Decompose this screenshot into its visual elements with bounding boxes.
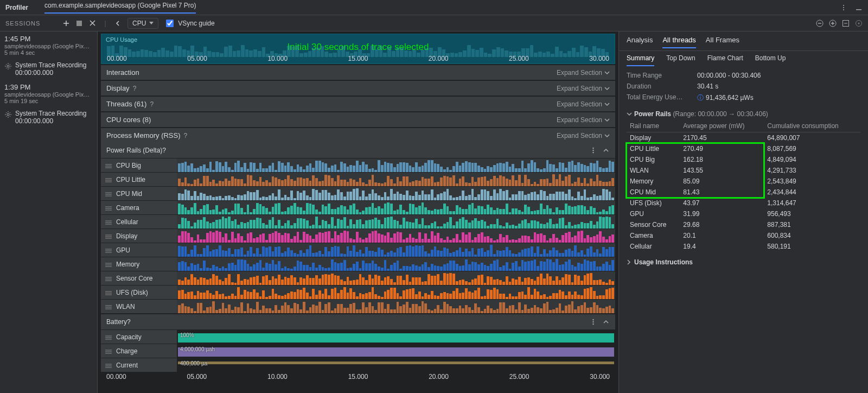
table-header[interactable]: Cumulative consumption [764, 120, 860, 132]
legend-item[interactable]: WLAN [101, 299, 177, 313]
power-rail-track[interactable] [177, 243, 615, 257]
legend-item[interactable]: Display [101, 229, 177, 243]
section-row[interactable]: Display ? Expand Section [101, 80, 615, 96]
help-icon[interactable]: ? [184, 132, 188, 140]
power-rails-header[interactable]: Power Rails (Delta) ? [101, 143, 615, 158]
help-icon[interactable]: ? [133, 85, 137, 92]
power-rail-track[interactable] [177, 186, 615, 200]
power-rails-tracks[interactable] [177, 158, 615, 313]
table-row[interactable]: Cellular 19.4 580,191 [627, 241, 860, 252]
power-rail-track[interactable] [177, 158, 615, 172]
battery-track[interactable]: 400,000 µa [177, 358, 615, 365]
cpu-usage-strip[interactable]: CPU Usage Initial 30 seconds of trace se… [101, 34, 615, 64]
table-row[interactable]: Display 2170.45 64,890,007 [627, 132, 860, 144]
inspector-subtab[interactable]: Summary [627, 54, 654, 66]
inspector-subtab[interactable]: Bottom Up [755, 54, 786, 66]
add-session-icon[interactable] [62, 20, 70, 27]
rail-power: 2170.45 [680, 132, 764, 144]
legend-item[interactable]: Charge [101, 344, 177, 358]
power-rail-track[interactable] [177, 214, 615, 229]
session-duration: 5 min 19 sec [4, 98, 93, 104]
inspector-tab[interactable]: All threads [662, 36, 695, 48]
power-rail-track[interactable] [177, 172, 615, 186]
expand-section-button[interactable]: Expand Section [557, 132, 610, 140]
section-row[interactable]: Threads (61) ? Expand Section [101, 96, 615, 111]
battery-header[interactable]: Battery ? [101, 314, 615, 329]
section-row[interactable]: Interaction Expand Section [101, 65, 615, 80]
legend-item[interactable]: CPU Mid [101, 186, 177, 200]
session-item[interactable]: 1:45 PM samplevideosapp (Google Pixel … … [4, 35, 93, 56]
help-icon[interactable]: ? [127, 318, 131, 326]
inspector-tab[interactable]: All Frames [706, 36, 739, 48]
legend-item[interactable]: Current [101, 358, 177, 372]
vsync-checkbox[interactable]: VSync guide [164, 18, 214, 29]
rail-name: Sensor Core [627, 219, 680, 230]
rail-consumption: 1,314,647 [764, 198, 860, 208]
recording-item[interactable]: System Trace Recording 00:00:00.000 [4, 110, 93, 125]
battery-track[interactable]: 100% [177, 329, 615, 344]
legend-item[interactable]: CPU Big [101, 158, 177, 172]
expand-section-button[interactable]: Expand Section [557, 116, 610, 124]
legend-item[interactable]: Memory [101, 257, 177, 271]
recording-item[interactable]: System Trace Recording 00:00:00.000 [4, 61, 93, 77]
table-row[interactable]: WLAN 143.55 4,291,733 [627, 165, 860, 176]
table-row[interactable]: Sensor Core 29.68 887,381 [627, 219, 860, 230]
more-icon[interactable] [589, 147, 597, 154]
battery-tracks[interactable]: 100% 4,000,000 µah 400,000 µa [177, 329, 615, 372]
menu-dots-icon[interactable] [840, 4, 847, 11]
legend-item[interactable]: UFS (Disk) [101, 285, 177, 299]
battery-track[interactable]: 4,000,000 µah [177, 344, 615, 358]
settings-icon[interactable] [855, 20, 863, 27]
stop-icon[interactable] [75, 20, 83, 27]
process-tab[interactable]: com.example.samplevideosapp (Google Pixe… [44, 2, 196, 14]
profiler-type-dropdown[interactable]: CPU [127, 18, 158, 29]
legend-item[interactable]: Sensor Core [101, 271, 177, 285]
legend-item[interactable]: Camera [101, 200, 177, 214]
power-rail-track[interactable] [177, 285, 615, 299]
legend-item[interactable]: CPU Little [101, 172, 177, 186]
legend-item[interactable]: Cellular [101, 214, 177, 229]
inspector-subtab[interactable]: Flame Chart [707, 54, 743, 66]
power-rail-track[interactable] [177, 271, 615, 285]
help-icon[interactable]: ? [150, 100, 154, 108]
collapse-icon[interactable] [602, 147, 610, 154]
table-header[interactable]: Rail name [627, 120, 680, 132]
expand-section-button[interactable]: Expand Section [557, 85, 610, 92]
section-row[interactable]: Process Memory (RSS) ? Expand Section [101, 128, 615, 143]
section-row[interactable]: CPU cores (8) Expand Section [101, 112, 615, 127]
table-row[interactable]: UFS (Disk) 43.97 1,314,647 [627, 198, 860, 208]
help-icon[interactable]: ? [162, 147, 166, 154]
expand-section-button[interactable]: Expand Section [557, 69, 610, 77]
power-rail-track[interactable] [177, 257, 615, 271]
zoom-in-icon[interactable] [829, 20, 837, 27]
table-row[interactable]: CPU Mid 81.43 2,434,844 [627, 187, 860, 198]
zoom-out-icon[interactable] [816, 20, 824, 27]
power-rail-track[interactable] [177, 200, 615, 214]
table-row[interactable]: Memory 85.09 2,543,849 [627, 176, 860, 187]
info-icon[interactable]: ⓘ [697, 94, 704, 102]
collapse-icon[interactable] [602, 318, 610, 326]
minimize-icon[interactable] [855, 4, 863, 11]
zoom-fit-icon[interactable] [842, 20, 850, 27]
table-row[interactable]: GPU 31.99 956,493 [627, 208, 860, 219]
table-row[interactable]: CPU Little 270.49 8,087,569 [627, 143, 860, 154]
table-row[interactable]: Camera 20.1 600,834 [627, 230, 860, 241]
legend-item[interactable]: Capacity [101, 329, 177, 344]
usage-instructions[interactable]: Usage Instructions [619, 252, 868, 272]
legend-item[interactable]: GPU [101, 243, 177, 257]
power-rail-track[interactable] [177, 229, 615, 243]
power-rail-track[interactable] [177, 299, 615, 313]
power-rails-table-header[interactable]: Power Rails (Range: 00:00.000 → 00:30.40… [619, 105, 868, 120]
inspector-subtab[interactable]: Top Down [666, 54, 695, 66]
table-header[interactable]: Average power (mW) [680, 120, 764, 132]
more-icon[interactable] [589, 318, 597, 326]
table-row[interactable]: CPU Big 162.18 4,849,094 [627, 154, 860, 165]
power-rails-table: Rail nameAverage power (mW)Cumulative co… [619, 120, 868, 252]
expand-section-button[interactable]: Expand Section [557, 100, 610, 108]
session-item[interactable]: 1:39 PM samplevideosapp (Google Pixel … … [4, 83, 93, 104]
close-icon[interactable] [88, 20, 96, 27]
svg-point-10 [858, 22, 860, 24]
vsync-checkbox-input[interactable] [166, 20, 174, 27]
back-icon[interactable] [114, 20, 122, 27]
inspector-tab[interactable]: Analysis [627, 36, 653, 48]
